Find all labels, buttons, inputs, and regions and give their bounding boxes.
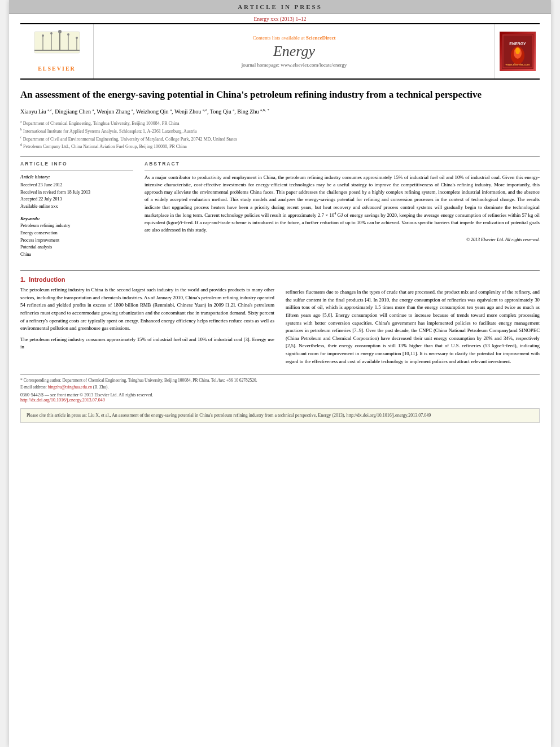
- accepted-date: Accepted 22 July 2013: [20, 196, 133, 203]
- article-in-press-banner: ARTICLE IN PRESS: [9, 0, 551, 14]
- elsevier-logo-area: ELSEVIER: [20, 24, 94, 78]
- energy-logo-svg: ENERGY www.elsevier.com: [502, 34, 533, 69]
- journal-info-bar: Energy xxx (2013) 1–12: [9, 14, 551, 23]
- article-info-abstract: ARTICLE INFO Article history: Received 2…: [20, 161, 540, 259]
- elsevier-wordmark: ELSEVIER: [32, 61, 82, 74]
- separator: [20, 156, 540, 156]
- cite-text-content: Please cite this article in press as: Li…: [27, 413, 431, 418]
- journal-center: Contents lists available at ScienceDirec…: [94, 24, 495, 78]
- keyword-1: Petroleum refining industry: [20, 222, 133, 230]
- svg-point-10: [42, 34, 44, 37]
- intro-body-right: refineries fluctuates due to changes in …: [286, 289, 540, 365]
- abstract-col: ABSTRACT As a major contributor to produ…: [145, 161, 540, 259]
- footnotes: * Corresponding author. Department of Ch…: [20, 374, 540, 390]
- available-date: Available online xxx: [20, 203, 133, 211]
- email-note: E-mail address: bingzhu@tsinghua.edu.cn …: [20, 384, 540, 390]
- abstract-header: ABSTRACT: [145, 161, 540, 167]
- keyword-2: Energy conservation: [20, 230, 133, 237]
- article-history: Received 23 June 2012 Received in revise…: [20, 182, 133, 211]
- sciencedirect-prefix: Contents lists available at: [253, 35, 306, 41]
- elsevier-logo: ELSEVIER: [32, 29, 82, 74]
- doi-text: http://dx.doi.org/10.1016/j.energy.2013.…: [20, 397, 540, 403]
- svg-text:ENERGY: ENERGY: [509, 42, 526, 46]
- svg-text:www.elsevier.com: www.elsevier.com: [505, 63, 530, 66]
- keywords-label: Keywords:: [20, 216, 133, 221]
- energy-logo: ENERGY www.elsevier.com: [500, 32, 536, 71]
- elsevier-tree-svg: [32, 29, 82, 60]
- keyword-4: Potential analysis: [20, 244, 133, 251]
- email-link[interactable]: bingzhu@tsinghua.edu.cn: [48, 385, 92, 390]
- corresponding-author-note: * Corresponding author. Department of Ch…: [20, 377, 540, 383]
- journal-homepage: journal homepage: www.elsevier.com/locat…: [242, 62, 347, 68]
- advanced-text: advanced: [362, 204, 382, 210]
- citation-text: Please cite this article in press as: Li…: [27, 412, 533, 419]
- svg-point-17: [515, 47, 520, 54]
- affiliation-c: Department of Civil and Environmental En…: [23, 136, 237, 141]
- abstract-text: As a major contributor to productivity a…: [145, 174, 540, 234]
- keyword-5: China: [20, 251, 133, 259]
- revised-date: Received in revised form 18 July 2013: [20, 189, 133, 196]
- article-history-section: Article history: Received 23 June 2012 R…: [20, 174, 133, 211]
- section-title: 1. Introduction: [20, 276, 274, 283]
- svg-point-7: [58, 30, 62, 33]
- doi-link[interactable]: http://dx.doi.org/10.1016/j.energy.2013.…: [20, 397, 105, 403]
- keywords-section: Keywords: Petroleum refining industry En…: [20, 216, 133, 259]
- received-date: Received 23 June 2012: [20, 182, 133, 189]
- svg-point-8: [50, 32, 53, 34]
- copyright-notice: © 2013 Elsevier Ltd. All rights reserved…: [145, 237, 540, 242]
- journal-header: ELSEVIER Contents lists available at Sci…: [20, 23, 540, 80]
- sciencedirect-notice: Contents lists available at ScienceDirec…: [253, 35, 336, 41]
- issn-text: 0360-5442/$ — see front matter © 2013 El…: [20, 392, 540, 397]
- article-content: An assessment of the energy-saving poten…: [9, 80, 551, 264]
- intro-right-col: refineries fluctuates due to changes in …: [286, 276, 540, 369]
- keyword-3: Process improvement: [20, 237, 133, 244]
- history-label: Article history:: [20, 174, 133, 180]
- sciencedirect-link[interactable]: ScienceDirect: [306, 35, 335, 41]
- affiliation-a: Department of Chemical Engineering, Tsin…: [23, 121, 180, 126]
- journal-name: Energy: [273, 43, 315, 60]
- affiliations: a Department of Chemical Engineering, Ts…: [20, 119, 540, 150]
- intro-left-col: 1. Introduction The petroleum refining i…: [20, 276, 274, 369]
- article-info-header: ARTICLE INFO: [20, 161, 133, 167]
- intro-body-left: The petroleum refining industry in China…: [20, 286, 274, 351]
- affiliation-d: Petroleum Company Ltd., China National A…: [23, 144, 187, 149]
- affiliation-b: International Institute for Applied Syst…: [23, 129, 197, 134]
- doi-section: 0360-5442/$ — see front matter © 2013 El…: [20, 392, 540, 403]
- introduction-section: 1. Introduction The petroleum refining i…: [9, 276, 551, 369]
- svg-point-9: [67, 33, 69, 36]
- article-title: An assessment of the energy-saving poten…: [20, 89, 540, 102]
- energy-logo-area: ENERGY www.elsevier.com: [495, 24, 540, 78]
- citation-bar: Please cite this article in press as: Li…: [20, 408, 540, 423]
- main-separator: [20, 270, 540, 270]
- svg-point-11: [76, 37, 78, 39]
- article-info-col: ARTICLE INFO Article history: Received 2…: [20, 161, 133, 259]
- authors-line: Xiaoyu Liu a,c, Dingjiang Chen a, Wenjun…: [20, 107, 540, 116]
